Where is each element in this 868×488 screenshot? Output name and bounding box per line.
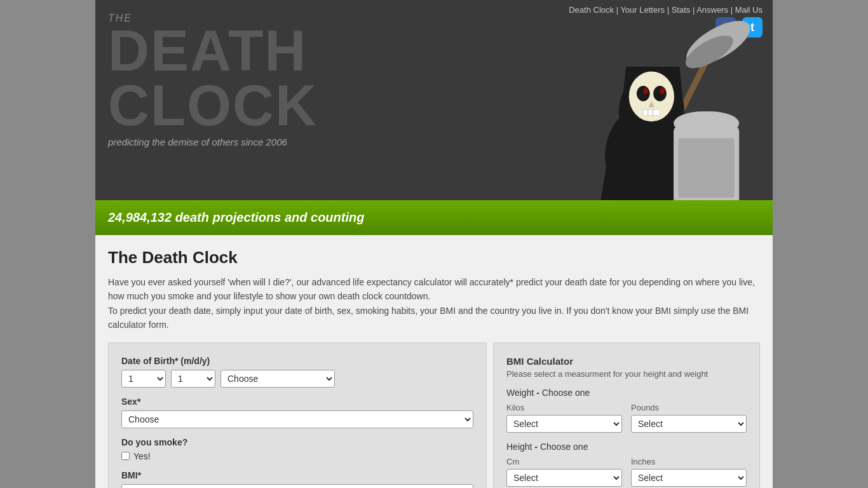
svg-rect-13 [643,110,660,116]
intro-paragraph-2: To predict your death date, simply input… [108,304,760,332]
svg-point-11 [660,88,665,94]
kilos-label: Kilos [506,403,622,412]
nav-your-letters[interactable]: Your Letters [620,5,665,15]
nav-mail-us[interactable]: Mail Us [735,5,763,15]
logo-main: DEATH CLOCK [108,24,318,133]
svg-point-9 [653,86,667,101]
logo-line1: DEATH [108,24,318,79]
smoke-row: Do you smoke? Yes! [121,437,473,461]
smoke-checkbox[interactable] [121,452,130,460]
height-label: Height - Choose one [506,442,747,452]
weight-label: Weight - Choose one [506,388,747,398]
sex-select[interactable]: Choose Male Female [121,410,473,428]
inches-label: Inches [631,457,747,466]
cm-col: Cm Select 150160170180 190200 [506,457,622,487]
kilos-select[interactable]: Select 40506070 8090100 [506,415,622,433]
svg-rect-17 [674,111,739,135]
dob-month-select[interactable]: 1234 5678 9101112 [121,370,166,388]
inches-col: Inches Select 60626466 687072 [631,457,747,487]
content: The Death Clock Have you ever asked your… [95,235,773,488]
weight-row: Kilos Select 40506070 8090100 Pounds Sel… [506,403,747,433]
nav-death-clock[interactable]: Death Clock [569,5,614,15]
counter-text: 24,984,132 death projections and countin… [108,210,364,225]
intro-text: Have you ever asked yourself 'when will … [108,275,760,332]
kilos-col: Kilos Select 40506070 8090100 [506,403,622,433]
dob-row: 1234 5678 9101112 1234 5678 910 Choose 1… [121,370,473,388]
bmi-calculator-subtitle: Please select a measurment for your heig… [506,369,747,379]
nav-stats[interactable]: Stats [672,5,691,15]
weight-sub: Choose one [542,388,590,398]
svg-point-8 [637,86,650,101]
dob-label: Date of Birth* (m/d/y) [121,356,473,366]
bmi-select[interactable]: <25 25-30 >30 [121,484,473,488]
dob-year-select[interactable]: Choose 1920193019401950 1960197019801990… [220,370,335,388]
cm-label: Cm [506,457,622,466]
nav-answers[interactable]: Answers [696,5,728,15]
intro-paragraph-1: Have you ever asked yourself 'when will … [108,275,760,304]
bmi-calculator-title: BMI Calculator [506,356,747,367]
pounds-label: Pounds [631,403,747,412]
dob-day-select[interactable]: 1234 5678 910 [171,370,215,388]
smoke-label: Do you smoke? [121,437,473,447]
logo-tagline: predicting the demise of others since 20… [108,137,318,147]
pounds-select[interactable]: Select 100120140160 180200220 [631,415,747,433]
sex-label: Sex* [121,396,473,407]
green-band: 24,984,132 death projections and countin… [95,200,773,235]
bmi-section: BMI* <25 25-30 >30 [121,470,473,488]
svg-point-10 [643,88,648,94]
left-form: Date of Birth* (m/d/y) 1234 5678 9101112… [108,342,487,488]
header: Death Clock | Your Letters | Stats | Ans… [95,0,773,235]
smoke-yes-label[interactable]: Yes! [121,451,473,461]
smoke-yes-text: Yes! [133,451,151,461]
svg-rect-18 [679,139,735,198]
height-row: Cm Select 150160170180 190200 Inches Sel… [506,457,747,487]
pounds-col: Pounds Select 100120140160 180200220 [631,403,747,433]
height-sub: Choose one [540,442,588,452]
cm-select[interactable]: Select 150160170180 190200 [506,469,622,487]
grim-reaper-image [576,19,754,210]
logo-line2: CLOCK [108,79,318,133]
page-title: The Death Clock [108,248,760,268]
form-wrapper: Date of Birth* (m/d/y) 1234 5678 9101112… [108,342,760,488]
inches-select[interactable]: Select 60626466 687072 [631,469,747,487]
bmi-label: BMI* [121,470,473,480]
logo-area: THE DEATH CLOCK predicting the demise of… [108,13,318,147]
right-form: BMI Calculator Please select a measurmen… [493,342,760,488]
